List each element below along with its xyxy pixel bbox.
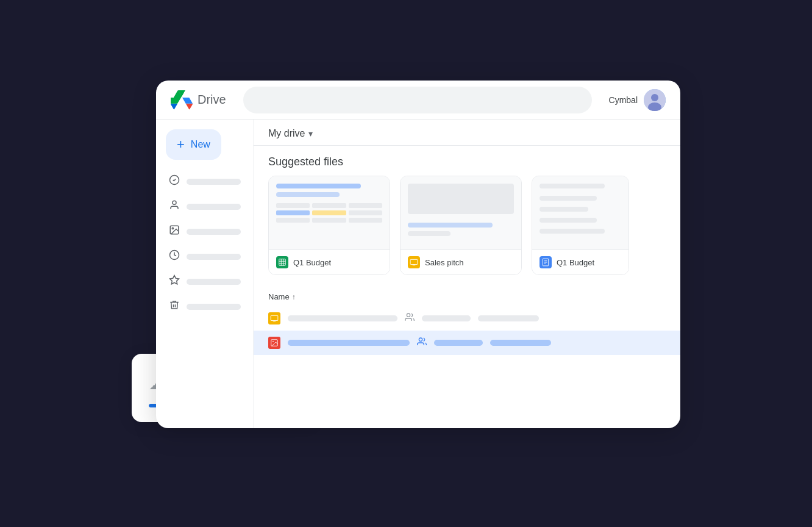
suggested-files-title: Suggested files (254, 146, 680, 176)
sidebar-item-shared[interactable] (161, 220, 248, 243)
preview-line (276, 184, 361, 188)
svg-point-27 (419, 338, 422, 341)
row-date-bar-selected (490, 340, 551, 346)
suggested-files-grid: Q1 Budget (254, 176, 680, 287)
star-icon (168, 274, 180, 289)
new-button[interactable]: + New (166, 129, 221, 160)
preview-cell (349, 218, 382, 223)
new-button-label: New (191, 139, 210, 150)
sidebar-home-label (187, 179, 241, 185)
sidebar-trash-label (187, 304, 241, 310)
sidebar-starred-label (187, 279, 241, 285)
person-icon (168, 199, 180, 213)
table-row[interactable] (254, 331, 680, 355)
svg-point-6 (172, 228, 173, 229)
clock-icon (168, 249, 180, 264)
search-bar[interactable] (243, 87, 592, 113)
file-list-header: Name ↑ (254, 287, 680, 306)
preview-line (540, 229, 605, 234)
file-name-q1-budget-docs: Q1 Budget (557, 258, 594, 267)
user-avatar[interactable] (644, 89, 666, 111)
list-col-name[interactable]: Name ↑ (268, 292, 296, 301)
preview-cell (276, 203, 310, 208)
svg-point-4 (173, 201, 176, 204)
svg-point-1 (651, 94, 658, 101)
row-meta-bar (422, 315, 471, 321)
shared-icon (405, 312, 415, 324)
check-circle-icon (168, 174, 180, 188)
sidebar-item-starred[interactable] (161, 270, 248, 293)
avatar-image (644, 89, 666, 111)
sidebar-mydrive-label (187, 204, 241, 210)
sidebar-recent-label (187, 254, 241, 260)
drive-header: Drive Cymbal (156, 81, 680, 120)
preview-line (408, 231, 451, 236)
drive-logo-text: Drive (198, 93, 226, 107)
preview-cell (276, 218, 310, 223)
file-preview-docs (532, 176, 629, 249)
photos-row-icon (268, 337, 280, 349)
preview-content (276, 203, 382, 223)
header-right: Cymbal (609, 89, 666, 111)
svg-rect-9 (279, 259, 286, 266)
drive-window: Drive Cymbal + New (156, 81, 680, 428)
preview-line (408, 223, 493, 228)
drive-body: + New (156, 120, 680, 428)
sidebar-item-mydrive[interactable] (161, 195, 248, 218)
file-card-sales-pitch[interactable]: Sales pitch (400, 176, 522, 275)
svg-rect-21 (271, 315, 278, 320)
preview-cell (312, 203, 346, 208)
file-card-footer: Sales pitch (401, 249, 521, 274)
sort-arrow-icon: ↑ (292, 293, 296, 301)
preview-cell (349, 210, 382, 215)
sidebar-shared-label (187, 229, 241, 235)
table-row[interactable] (254, 306, 680, 331)
file-card-footer: Q1 Budget (269, 249, 390, 274)
preview-line (540, 184, 605, 188)
svg-marker-8 (170, 276, 179, 284)
file-preview-sheets (269, 176, 390, 249)
preview-slide-area (408, 184, 514, 214)
sidebar-item-home[interactable] (161, 170, 248, 193)
preview-cell (312, 218, 346, 223)
sidebar-item-recent[interactable] (161, 245, 248, 268)
drive-logo-icon (171, 89, 193, 111)
row-date-bar (478, 315, 539, 321)
file-card-q1-budget-docs[interactable]: Q1 Budget (532, 176, 629, 275)
svg-point-24 (407, 314, 410, 317)
file-card-footer: Q1 Budget (532, 249, 629, 274)
svg-rect-14 (410, 259, 418, 264)
company-name: Cymbal (609, 95, 638, 105)
chevron-down-icon[interactable]: ▾ (308, 129, 313, 138)
drive-logo: Drive (171, 89, 226, 111)
trash-icon (168, 299, 180, 314)
photo-icon (168, 224, 180, 238)
svg-point-26 (272, 341, 274, 342)
row-name-bar (288, 315, 397, 321)
preview-line (540, 196, 597, 201)
row-meta-bar-selected (434, 340, 483, 346)
shared-icon-selected (417, 337, 427, 349)
name-col-label: Name (268, 292, 290, 301)
preview-cell (312, 210, 346, 215)
breadcrumb-text[interactable]: My drive (268, 128, 305, 139)
sheets-icon (276, 256, 288, 268)
slides-row-icon (268, 312, 280, 324)
main-content: My drive ▾ Suggested files (254, 120, 680, 428)
sidebar-item-trash[interactable] (161, 295, 248, 318)
docs-icon (540, 256, 552, 268)
new-plus-icon: + (177, 138, 185, 151)
sidebar-nav (156, 170, 253, 318)
breadcrumb: My drive ▾ (254, 120, 680, 146)
preview-cell (276, 210, 310, 215)
preview-line (540, 207, 588, 212)
preview-line (540, 218, 597, 223)
sidebar: + New (156, 120, 254, 428)
file-name-sales-pitch: Sales pitch (425, 258, 464, 267)
preview-cell (349, 203, 382, 208)
file-card-q1-budget-sheets[interactable]: Q1 Budget (268, 176, 390, 275)
slides-icon (408, 256, 420, 268)
file-name-q1-budget-sheets: Q1 Budget (293, 258, 331, 267)
row-name-bar-selected (288, 340, 410, 346)
file-preview-slides (401, 176, 521, 249)
